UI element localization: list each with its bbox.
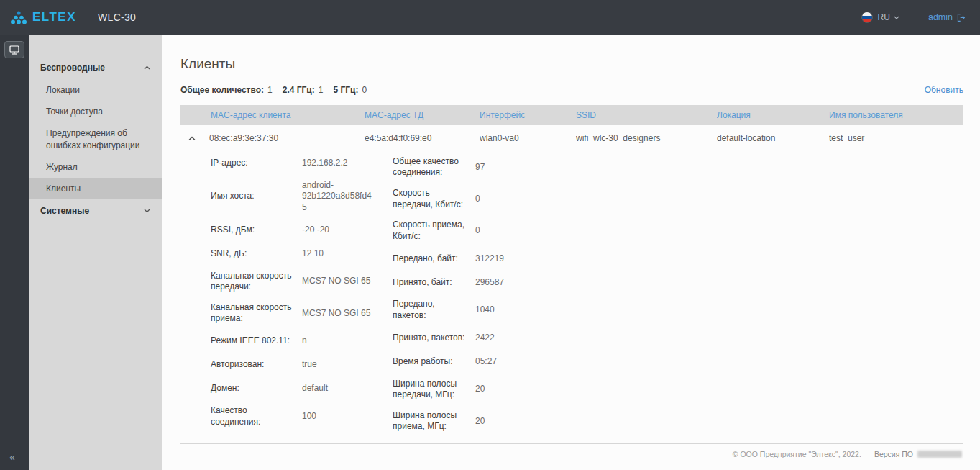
username-label: admin bbox=[928, 12, 953, 22]
clients-table-header: MAC-адрес клиента MAC-адрес ТД Интерфейс… bbox=[180, 105, 963, 125]
detail-row-ip: IP-адрес: 192.168.2.2 bbox=[211, 156, 372, 171]
chevron-down-icon bbox=[894, 16, 899, 19]
detail-label: Передано, пакетов: bbox=[393, 299, 475, 321]
detail-row-tx-bytes: Передано, байт: 312219 bbox=[393, 251, 682, 266]
detail-value: n bbox=[302, 335, 372, 347]
sidebar-group-label: Системные bbox=[40, 206, 89, 216]
column-header-ssid[interactable]: SSID bbox=[576, 110, 717, 120]
detail-label: Передано, байт: bbox=[393, 253, 475, 265]
detail-label: Время работы: bbox=[393, 356, 475, 368]
detail-row-uptime: Время работы: 05:27 bbox=[393, 355, 682, 369]
client-table-row[interactable]: 08:ec:a9:3e:37:30 e4:5a:d4:f0:69:e0 wlan… bbox=[180, 125, 963, 152]
sidebar-group-label: Беспроводные bbox=[40, 63, 105, 73]
detail-row-authorized: Авторизован: true bbox=[211, 358, 372, 372]
detail-row-link-quality: Качество соединения: 100 bbox=[211, 405, 372, 428]
column-header-mac-ap[interactable]: MAC-адрес ТД bbox=[365, 110, 480, 120]
cell-mac-client: 08:ec:a9:3e:37:30 bbox=[180, 133, 365, 143]
sidebar-group-wireless[interactable]: Беспроводные bbox=[29, 56, 162, 79]
summary-total: Общее количество: 1 bbox=[180, 85, 273, 95]
details-right-column: Общее качество соединения: 97 Скорость п… bbox=[380, 156, 682, 442]
detail-label: Ширина полосы передачи, МГц: bbox=[393, 379, 475, 401]
detail-value: 05:27 bbox=[475, 356, 682, 368]
detail-value: 1040 bbox=[475, 304, 682, 316]
detail-label: Скорость приема, Кбит/с: bbox=[393, 220, 475, 242]
footer: © ООО Предприятие "Элтекс", 2022. Версия… bbox=[180, 450, 963, 470]
detail-value: 296587 bbox=[475, 277, 682, 289]
sidebar-item-locations[interactable]: Локации bbox=[29, 79, 162, 101]
mac-client-value: 08:ec:a9:3e:37:30 bbox=[209, 133, 278, 143]
detail-label: Ширина полосы приема, МГц: bbox=[393, 410, 475, 433]
detail-label: Скорость передачи, Кбит/с: bbox=[393, 188, 475, 210]
product-name: WLC-30 bbox=[98, 12, 136, 23]
detail-row-domain: Домен: default bbox=[211, 381, 372, 396]
detail-value: -20 -20 bbox=[302, 225, 372, 236]
column-header-interface[interactable]: Интерфейс bbox=[480, 110, 576, 120]
eltex-logo-icon bbox=[10, 10, 27, 24]
detail-label: Принято, пакетов: bbox=[393, 333, 475, 344]
detail-row-rssi: RSSI, дБм: -20 -20 bbox=[211, 223, 372, 238]
detail-value: MCS7 NO SGI 65 bbox=[302, 308, 372, 320]
summary-2-4ghz: 2.4 ГГц: 1 bbox=[283, 85, 324, 95]
detail-row-ieee-mode: Режим IEEE 802.11: n bbox=[211, 334, 372, 348]
detail-value: true bbox=[302, 359, 372, 371]
client-details-panel: IP-адрес: 192.168.2.2 Имя хоста: android… bbox=[180, 152, 963, 444]
brand-logo: ELTEX bbox=[10, 10, 76, 24]
sidebar-item-clients[interactable]: Клиенты bbox=[29, 178, 162, 199]
copyright-text: © ООО Предприятие "Элтекс", 2022. bbox=[733, 450, 861, 458]
collapse-sidebar-button[interactable]: « bbox=[0, 451, 15, 463]
summary-total-value: 1 bbox=[267, 85, 273, 95]
detail-value: 312219 bbox=[475, 253, 682, 265]
summary-2-4ghz-value: 1 bbox=[319, 85, 324, 95]
detail-label: Режим IEEE 802.11: bbox=[211, 335, 302, 347]
detail-row-total-quality: Общее качество соединения: 97 bbox=[393, 156, 682, 178]
detail-value: MCS7 NO SGI 65 bbox=[302, 276, 372, 287]
detail-label: Авторизован: bbox=[211, 359, 302, 371]
column-header-location[interactable]: Локация bbox=[717, 110, 829, 120]
detail-label: Имя хоста: bbox=[211, 191, 302, 202]
clients-summary: Общее количество: 1 2.4 ГГц: 1 5 ГГц: 0 … bbox=[180, 85, 963, 95]
sidebar-item-journal[interactable]: Журнал bbox=[29, 156, 162, 178]
detail-row-tx-speed: Скорость передачи, Кбит/с: 0 bbox=[393, 188, 682, 210]
chevron-up-icon bbox=[144, 65, 150, 70]
column-header-mac-client[interactable]: MAC-адрес клиента bbox=[180, 110, 365, 120]
sidebar-item-access-points[interactable]: Точки доступа bbox=[29, 101, 162, 122]
detail-label: Общее качество соединения: bbox=[393, 156, 475, 178]
refresh-button[interactable]: Обновить bbox=[925, 85, 963, 95]
cell-mac-ap: e4:5a:d4:f0:69:e0 bbox=[365, 133, 480, 143]
detail-row-tx-bandwidth: Ширина полосы передачи, МГц: 20 bbox=[393, 379, 682, 401]
ru-flag-icon bbox=[861, 12, 873, 23]
detail-row-rx-bandwidth: Ширина полосы приема, МГц: 20 bbox=[393, 410, 682, 433]
detail-label: Канальная скорость передачи: bbox=[211, 271, 302, 293]
sidebar: Беспроводные Локации Точки доступа Преду… bbox=[29, 35, 162, 470]
detail-value: 12 10 bbox=[302, 248, 372, 260]
sidebar-group-system[interactable]: Системные bbox=[29, 199, 162, 222]
sidebar-item-config-warnings[interactable]: Предупреждения об ошибках конфигурации bbox=[29, 122, 162, 155]
logout-icon[interactable] bbox=[956, 13, 966, 22]
detail-row-rx-bytes: Принято, байт: 296587 bbox=[393, 275, 682, 289]
column-header-username[interactable]: Имя пользователя bbox=[829, 110, 963, 120]
brand-name: ELTEX bbox=[32, 10, 76, 24]
detail-label: IP-адрес: bbox=[211, 158, 302, 169]
detail-row-tx-packets: Передано, пакетов: 1040 bbox=[393, 299, 682, 321]
cell-location: default-location bbox=[717, 133, 829, 143]
detail-label: Качество соединения: bbox=[211, 405, 302, 428]
detail-value: 0 bbox=[475, 194, 682, 205]
main-content: Клиенты Общее количество: 1 2.4 ГГц: 1 5… bbox=[162, 35, 980, 470]
language-label: RU bbox=[878, 12, 890, 22]
collapse-row-chevron-icon[interactable] bbox=[188, 136, 196, 141]
detail-value: 192.168.2.2 bbox=[302, 158, 372, 169]
detail-label: Канальная скорость приема: bbox=[211, 302, 302, 325]
monitor-icon bbox=[9, 45, 20, 55]
language-selector[interactable]: RU bbox=[861, 12, 899, 23]
version-label: Версия ПО bbox=[874, 450, 913, 458]
detail-value: 2422 bbox=[475, 333, 682, 344]
detail-value: default bbox=[302, 383, 372, 394]
detail-label: RSSI, дБм: bbox=[211, 225, 302, 236]
details-left-column: IP-адрес: 192.168.2.2 Имя хоста: android… bbox=[211, 156, 380, 442]
user-menu[interactable]: admin bbox=[928, 12, 966, 22]
cell-username: test_user bbox=[829, 133, 963, 143]
detail-value: android-92b1220a8d58fd45 bbox=[302, 180, 372, 214]
monitoring-section-button[interactable] bbox=[4, 41, 24, 58]
summary-5ghz-label: 5 ГГц: bbox=[333, 85, 358, 95]
version-info: Версия ПО bbox=[874, 450, 962, 458]
